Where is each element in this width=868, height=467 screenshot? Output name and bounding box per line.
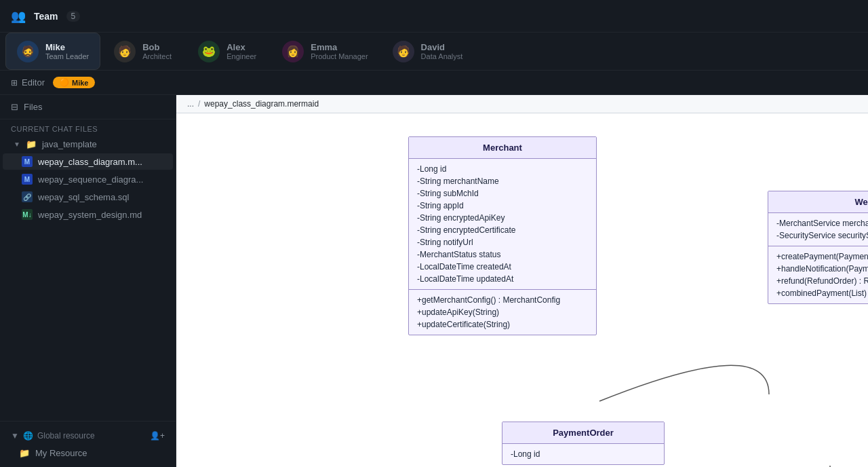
wepay-service-field-0: -MerchantService merchantService — [776, 217, 868, 229]
member-name-bob: Bob — [142, 42, 172, 52]
member-tab-mike[interactable]: 🧔 Mike Team Leader — [5, 33, 100, 70]
breadcrumb: ... / wepay_class_diagram.mermaid — [176, 95, 868, 113]
diagram-container[interactable]: 1 1 * Merchant -Long id -String merchant… — [176, 113, 868, 467]
wepay-service-field-1: -SecurityService securityService — [776, 229, 868, 242]
merchant-field-7: -MerchantStatus status — [417, 248, 588, 261]
current-chat-label: Current chat files — [0, 119, 176, 136]
mike-badge-label: Mike — [72, 79, 88, 87]
merchant-title: Merchant — [409, 137, 596, 159]
member-tab-bob[interactable]: 🧑 Bob Architect — [103, 33, 184, 70]
uml-diagram: 1 1 * Merchant -Long id -String merchant… — [193, 130, 852, 467]
team-label: Team — [34, 11, 58, 22]
member-role-david: Data Analyst — [421, 52, 463, 60]
payment-order-field-0: -Long id — [511, 448, 656, 460]
merchant-field-0: -Long id — [417, 163, 588, 175]
member-name-mike: Mike — [45, 42, 89, 52]
files-icon: ⊟ — [11, 102, 18, 112]
file-name-1: wepay_sequence_diagra... — [38, 174, 143, 185]
sidebar-file-system-design[interactable]: M↓ wepay_system_design.md — [3, 206, 173, 223]
uml-class-merchant: Merchant -Long id -String merchantName -… — [408, 136, 597, 335]
file-type-icon-m2: M — [22, 174, 33, 185]
member-name-emma: Emma — [311, 42, 368, 52]
merchant-field-4: -String encryptedApiKey — [417, 212, 588, 224]
merchant-field-6: -String notifyUrl — [417, 236, 588, 248]
members-bar: 🧔 Mike Team Leader 🧑 Bob Architect 🐸 Ale… — [0, 33, 868, 71]
my-resource-folder-icon: 📁 — [19, 448, 30, 458]
avatar-david: 🧑 — [393, 41, 414, 62]
member-role-mike: Team Leader — [45, 52, 89, 60]
file-name-2: wepay_sql_schema.sql — [38, 192, 129, 202]
merchant-field-2: -String subMchId — [417, 187, 588, 200]
merchant-field-1: -String merchantName — [417, 175, 588, 187]
payment-order-title: PaymentOrder — [502, 422, 664, 444]
global-resource-header[interactable]: ▼ 🌐 Global resource 👤+ — [0, 427, 176, 445]
team-icon: 👥 — [11, 9, 26, 24]
merchant-field-9: -LocalDateTime updatedAt — [417, 273, 588, 285]
member-tab-alex[interactable]: 🐸 Alex Engineer — [187, 33, 269, 70]
mike-badge-icon: 🟠 — [60, 78, 69, 87]
avatar-bob: 🧑 — [114, 41, 136, 62]
editor-label: Editor — [22, 77, 45, 88]
sidebar: ⊟ Files Current chat files ▼ 📁 java_temp… — [0, 95, 176, 467]
my-resource-label: My Resource — [35, 448, 87, 458]
avatar-alex: 🐸 — [198, 41, 220, 62]
breadcrumb-ellipsis: ... — [187, 99, 194, 109]
merchant-method-0: +getMerchantConfig() : MerchantConfig — [417, 294, 588, 306]
wepay-service-method-1: +handleNotification(PaymentNotification)… — [776, 263, 868, 275]
breadcrumb-separator: / — [198, 99, 200, 109]
merchant-method-1: +updateApiKey(String) — [417, 306, 588, 318]
uml-class-payment-order: PaymentOrder -Long id — [502, 422, 665, 465]
member-tab-david[interactable]: 🧑 David Data Analyst — [382, 33, 474, 70]
member-role-emma: Product Manager — [311, 52, 368, 60]
editor-bar: ⊞ Editor 🟠 Mike — [0, 71, 868, 95]
files-label: Files — [24, 102, 42, 112]
editor-icon: ⊞ — [11, 78, 18, 88]
folder-icon: 📁 — [26, 139, 37, 149]
wepay-service-method-0: +createPayment(PaymentOrder) : PaymentRe… — [776, 250, 868, 263]
editor-tab[interactable]: ⊞ Editor — [11, 77, 45, 88]
sidebar-file-class-diagram[interactable]: M wepay_class_diagram.m... — [3, 153, 173, 170]
topbar: 👥 Team 5 — [0, 0, 868, 33]
add-resource-icon[interactable]: 👤+ — [150, 431, 165, 441]
team-count: 5 — [66, 11, 81, 22]
avatar-emma: 👩 — [282, 41, 304, 62]
merchant-method-2: +updateCertificate(String) — [417, 318, 588, 331]
uml-class-wepay-service: WepayService -MerchantService merchantSe… — [768, 191, 868, 304]
file-type-icon-m: M — [22, 156, 33, 167]
member-name-alex: Alex — [226, 42, 256, 52]
merchant-field-3: -String appId — [417, 200, 588, 212]
sidebar-file-sql-schema[interactable]: 🔗 wepay_sql_schema.sql — [3, 189, 173, 205]
folder-name: java_template — [42, 139, 97, 149]
wepay-service-methods: +createPayment(PaymentOrder) : PaymentRe… — [768, 246, 868, 303]
sidebar-bottom: ▼ 🌐 Global resource 👤+ 📁 My Resource — [0, 421, 176, 467]
breadcrumb-file: wepay_class_diagram.mermaid — [204, 99, 319, 109]
wepay-service-fields: -MerchantService merchantService -Securi… — [768, 213, 868, 246]
sidebar-files-header: ⊟ Files — [0, 95, 176, 119]
merchant-field-5: -String encryptedCertificate — [417, 224, 588, 236]
file-name-3: wepay_system_design.md — [38, 210, 142, 220]
global-resource-label: Global resource — [37, 431, 95, 441]
avatar-mike: 🧔 — [17, 41, 39, 62]
wepay-service-method-3: +combinedPayment(List) : PaymentResult — [776, 287, 868, 299]
member-tab-emma[interactable]: 👩 Emma Product Manager — [271, 33, 378, 70]
file-type-icon-sql: 🔗 — [22, 191, 33, 202]
payment-order-fields: -Long id — [502, 444, 664, 464]
file-type-icon-md: M↓ — [22, 209, 33, 220]
mike-badge[interactable]: 🟠 Mike — [53, 77, 95, 88]
member-role-alex: Engineer — [226, 52, 256, 60]
wepay-service-title: WepayService — [768, 191, 868, 213]
folder-chevron-icon: ▼ — [14, 141, 20, 148]
member-name-david: David — [421, 42, 463, 52]
sidebar-folder-java[interactable]: ▼ 📁 java_template — [3, 136, 173, 152]
content-area: ... / wepay_class_diagram.mermaid 1 1 * — [176, 95, 868, 467]
main-layout: ⊟ Files Current chat files ▼ 📁 java_temp… — [0, 95, 868, 467]
member-role-bob: Architect — [142, 52, 172, 60]
global-resource-chevron: ▼ — [11, 431, 19, 441]
file-name-0: wepay_class_diagram.m... — [38, 157, 142, 167]
sidebar-my-resource[interactable]: 📁 My Resource — [3, 445, 173, 461]
merchant-fields: -Long id -String merchantName -String su… — [409, 159, 596, 290]
merchant-methods: +getMerchantConfig() : MerchantConfig +u… — [409, 290, 596, 335]
merchant-field-8: -LocalDateTime createdAt — [417, 261, 588, 273]
sidebar-file-sequence-diagram[interactable]: M wepay_sequence_diagra... — [3, 171, 173, 187]
global-resource-icon: 🌐 — [23, 431, 33, 441]
